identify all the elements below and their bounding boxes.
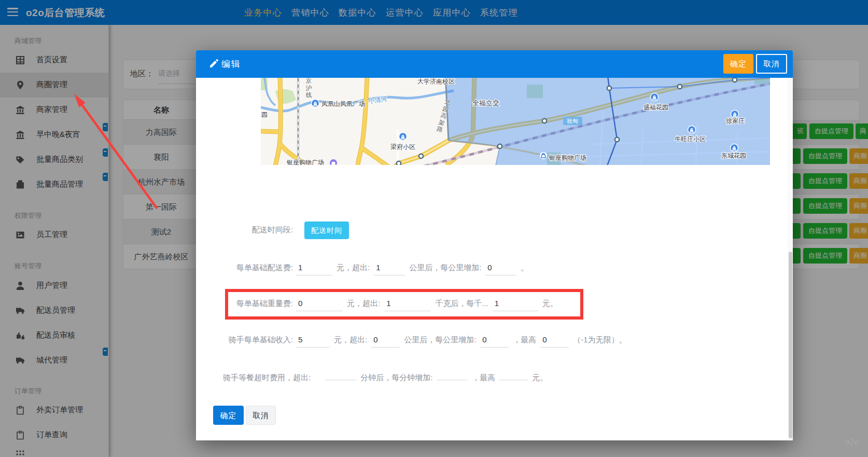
map-label: 牛旺庄小区 [675, 135, 706, 143]
dialog-body: 园 小清河 凤凰山凤凰广场 梁府小区 银座购物广场 大学济南校区 全福立交 祝甸… [196, 78, 793, 440]
field-text: 。 [521, 263, 528, 273]
field-label: 骑手每单基础收入: [223, 335, 293, 345]
rider-per-km-input[interactable]: 0 [480, 335, 509, 348]
watermark: o2o [845, 437, 859, 447]
dialog-title: 编辑 [221, 58, 241, 70]
field-text: 分钟后，每分钟增加: [360, 373, 432, 383]
rider-base-input[interactable]: 5 [296, 335, 330, 348]
field-text: ，最高 [472, 373, 495, 383]
edit-dialog: 编辑 确定 取消 [196, 50, 793, 440]
field-text: 元。 [532, 373, 548, 383]
poi-icon [399, 133, 407, 141]
field-text: （-1为无限）。 [573, 335, 626, 345]
map-label: 梁府小区 [390, 143, 415, 150]
poi-icon [688, 126, 696, 134]
rider-income-row: 骑手每单基础收入: 5 元，超出: 0 公里后，每公里增加: 0 ，最高 0 （… [223, 335, 628, 348]
annotation-highlight-rectangle [225, 289, 583, 320]
mall-poi-icon [540, 152, 547, 159]
map-label: 徐家庄 [726, 117, 745, 124]
dialog-confirm-button[interactable]: 确定 [723, 54, 753, 74]
scrollbar-thumb[interactable] [789, 252, 792, 438]
map[interactable]: 园 小清河 凤凰山凤凰广场 梁府小区 银座购物广场 大学济南校区 全福立交 祝甸… [261, 78, 770, 165]
delivery-time-label: 配送时间段: [223, 225, 293, 235]
field-text: 元，超出: [337, 263, 370, 273]
map-label: 盛福花园 [643, 104, 668, 111]
dialog-cancel-button[interactable]: 取消 [756, 54, 787, 74]
form-confirm-button[interactable]: 确定 [213, 406, 244, 425]
delivery-time-button[interactable]: 配送时间 [304, 221, 349, 239]
map-label: 银座购物广场 [286, 159, 324, 165]
poi-icon [312, 100, 319, 107]
dialog-scrollbar[interactable] [788, 78, 793, 440]
map-label: 银座购物广场 [549, 154, 586, 161]
map-label: 园 [261, 111, 268, 118]
field-text: 元，超出: [334, 335, 367, 345]
pencil-icon [210, 59, 218, 67]
field-label: 每单基础配送费: [223, 263, 293, 273]
map-label: 东城花园 [721, 152, 746, 159]
poi-icon [731, 144, 738, 152]
base-fee-input[interactable]: 1 [296, 263, 332, 275]
map-label: 全福立交 [472, 99, 499, 107]
map-label: 大学济南校区 [417, 78, 455, 85]
per-minute-input[interactable] [437, 377, 468, 380]
field-text: ，最高 [513, 335, 536, 345]
wait-minutes-input[interactable] [325, 377, 356, 380]
dialog-header: 编辑 确定 取消 [196, 50, 793, 78]
field-label: 骑手等餐超时费用，超出: [223, 373, 311, 383]
form-cancel-button[interactable]: 取消 [246, 406, 276, 425]
poi-icon [651, 93, 659, 101]
rider-wait-fee-row: 骑手等餐超时费用，超出: 分钟后，每分钟增加: ，最高 元。 [223, 373, 549, 383]
base-delivery-fee-row: 每单基础配送费: 1 元，超出: 1 公里后，每公里增加: 0 。 [223, 263, 529, 275]
exceed-km-input[interactable]: 1 [374, 263, 405, 275]
wait-max-input[interactable] [499, 377, 528, 380]
map-label: 京沪线 [305, 78, 312, 99]
map-label: 凤凰山凤凰广场 [321, 100, 365, 107]
field-text: 公里后，每公里增加: [404, 335, 476, 345]
rider-max-input[interactable]: 0 [540, 335, 569, 348]
map-label: 祝甸 [567, 118, 578, 124]
per-km-input[interactable]: 0 [485, 263, 516, 275]
rider-exceed-km-input[interactable]: 0 [371, 335, 400, 348]
page: o2o后台管理系统 业务中心 营销中心 数据中心 运营中心 应用中心 系统管理 … [0, 0, 868, 457]
field-text: 公里后，每公里增加: [409, 263, 481, 273]
